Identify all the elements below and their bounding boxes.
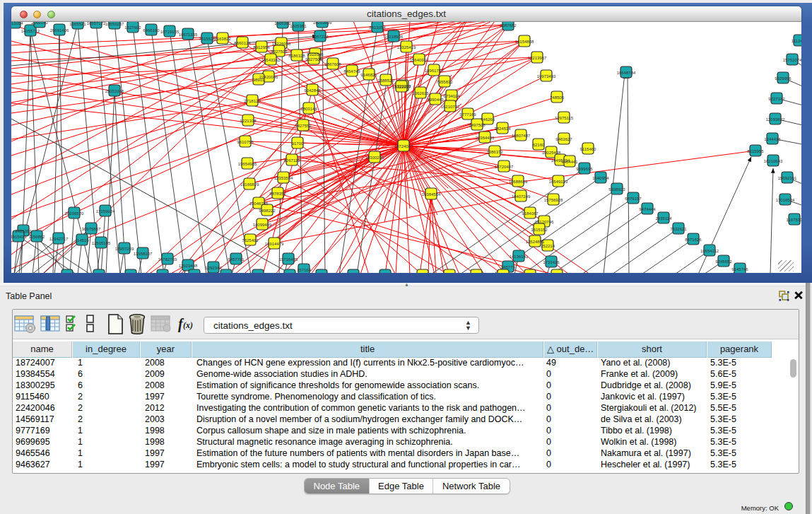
svg-text:12093822: 12093822 (766, 117, 785, 122)
svg-text:17016504: 17016504 (776, 198, 795, 202)
svg-text:1640954: 1640954 (592, 176, 609, 180)
svg-text:91700: 91700 (292, 141, 304, 146)
svg-text:16671355: 16671355 (179, 33, 198, 37)
svg-text:8471626: 8471626 (685, 238, 702, 242)
svg-text:7632621: 7632621 (670, 227, 687, 231)
svg-text:7955812: 7955812 (436, 80, 453, 84)
svg-text:16782759: 16782759 (158, 257, 177, 262)
svg-text:9146821: 9146821 (360, 73, 377, 77)
svg-text:14055712: 14055712 (21, 29, 40, 33)
svg-text:945779: 945779 (501, 265, 516, 269)
svg-text:16549123: 16549123 (549, 180, 568, 184)
svg-text:3915413: 3915413 (11, 235, 27, 239)
svg-text:16543362: 16543362 (261, 58, 281, 62)
svg-text:1605381: 1605381 (290, 24, 307, 28)
svg-text:10046785: 10046785 (249, 201, 269, 206)
svg-text:90975867: 90975867 (82, 227, 101, 231)
svg-text:13325419: 13325419 (397, 45, 416, 49)
svg-text:9464441: 9464441 (561, 160, 578, 164)
svg-text:1065521: 1065521 (69, 22, 86, 26)
svg-text:2867608: 2867608 (324, 62, 341, 66)
svg-text:8878352: 8878352 (269, 192, 286, 196)
svg-text:18322037: 18322037 (392, 85, 411, 89)
svg-text:9145746: 9145746 (731, 267, 748, 271)
svg-text:1362615: 1362615 (412, 91, 429, 95)
svg-text:8813054: 8813054 (369, 25, 386, 30)
svg-text:8660124: 8660124 (234, 41, 251, 45)
svg-text:17359924: 17359924 (96, 209, 115, 214)
svg-text:12942717: 12942717 (49, 237, 69, 241)
svg-text:5938923: 5938923 (608, 187, 625, 192)
svg-text:10653267: 10653267 (105, 22, 124, 26)
svg-text:3824514: 3824514 (494, 127, 511, 131)
svg-text:15716485: 15716485 (279, 257, 298, 262)
svg-text:7625402: 7625402 (242, 238, 259, 243)
svg-text:18724007: 18724007 (394, 144, 413, 148)
svg-text:12975115: 12975115 (555, 116, 574, 120)
svg-text:6734024: 6734024 (443, 94, 460, 98)
svg-text:16914479: 16914479 (265, 242, 284, 246)
svg-text:9227342: 9227342 (768, 97, 785, 101)
svg-text:9115460: 9115460 (580, 147, 597, 151)
svg-text:16154808: 16154808 (515, 40, 534, 44)
svg-text:9315546: 9315546 (307, 52, 324, 57)
svg-text:2087682: 2087682 (500, 23, 517, 28)
svg-text:10025438: 10025438 (542, 151, 561, 155)
svg-text:20206570: 20206570 (65, 211, 84, 216)
svg-text:15640910: 15640910 (410, 58, 429, 62)
svg-text:9427552: 9427552 (295, 124, 312, 128)
svg-text:19384554: 19384554 (422, 192, 441, 197)
svg-text:748506: 748506 (550, 95, 565, 100)
svg-text:8267110: 8267110 (284, 158, 301, 163)
svg-text:7163822: 7163822 (214, 37, 231, 41)
svg-text:10654112: 10654112 (700, 249, 719, 253)
svg-text:1292344: 1292344 (205, 266, 222, 270)
svg-text:1156862: 1156862 (29, 235, 46, 239)
svg-text:17957259: 17957259 (115, 247, 134, 251)
svg-text:1733426: 1733426 (543, 260, 560, 264)
svg-text:746266: 746266 (481, 117, 495, 122)
svg-text:12923448: 12923448 (179, 264, 198, 268)
svg-text:16053809: 16053809 (313, 22, 332, 25)
svg-text:19654985: 19654985 (238, 162, 257, 166)
svg-text:10973493: 10973493 (537, 74, 556, 78)
svg-text:9485001: 9485001 (15, 229, 32, 233)
svg-text:(x): (x) (183, 320, 193, 330)
svg-text:6497508: 6497508 (469, 123, 486, 127)
svg-text:6466160: 6466160 (143, 28, 160, 33)
svg-text:20364436: 20364436 (476, 136, 495, 140)
svg-text:2803144: 2803144 (300, 107, 317, 111)
svg-text:1588520: 1588520 (377, 78, 394, 83)
svg-text:8912954: 8912954 (253, 45, 270, 49)
svg-text:1221338: 1221338 (240, 119, 257, 123)
svg-text:6879197: 6879197 (625, 197, 642, 201)
svg-text:9699695: 9699695 (576, 167, 593, 171)
svg-text:1615152: 1615152 (531, 228, 548, 232)
svg-text:9610755: 9610755 (237, 140, 254, 144)
svg-text:16648784: 16648784 (617, 71, 636, 75)
svg-text:10719155: 10719155 (160, 30, 180, 34)
svg-text:9463627: 9463627 (555, 137, 572, 141)
svg-text:15692391: 15692391 (778, 176, 797, 180)
svg-text:15751074: 15751074 (783, 58, 801, 62)
svg-text:9327508: 9327508 (305, 57, 322, 62)
svg-text:15720407: 15720407 (495, 165, 514, 169)
svg-text:8813054: 8813054 (11, 22, 23, 25)
svg-text:12213967: 12213967 (528, 56, 547, 60)
svg-text:2069140: 2069140 (31, 22, 48, 25)
svg-text:16557172: 16557172 (87, 22, 106, 25)
svg-text:18407249: 18407249 (512, 194, 531, 199)
svg-text:19166829: 19166829 (240, 182, 259, 187)
svg-text:114519: 114519 (75, 238, 89, 243)
svg-text:1244415: 1244415 (764, 137, 781, 141)
svg-text:9327505: 9327505 (271, 49, 288, 54)
svg-text:9245652: 9245652 (715, 259, 732, 264)
svg-text:18300295: 18300295 (365, 156, 384, 160)
svg-text:10807487: 10807487 (512, 134, 531, 138)
svg-text:2935114: 2935114 (656, 216, 673, 221)
svg-text:16210643: 16210643 (764, 159, 783, 163)
svg-text:62160: 62160 (533, 143, 545, 147)
svg-text:12505185: 12505185 (92, 241, 111, 245)
svg-text:1527602: 1527602 (124, 25, 141, 30)
svg-text:9457791: 9457791 (228, 257, 245, 262)
